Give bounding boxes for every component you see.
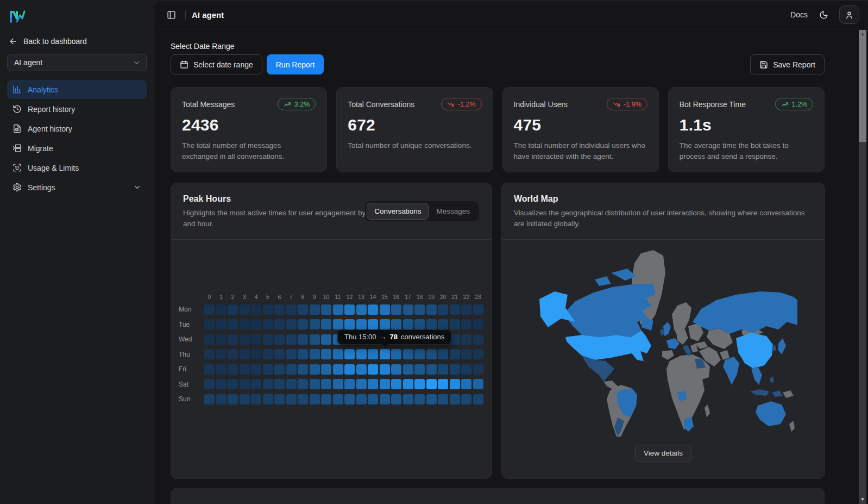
toggle-messages[interactable]: Messages	[429, 203, 477, 220]
heatmap-cell-thu-9[interactable]	[310, 349, 320, 359]
heatmap-cell-sat-13[interactable]	[356, 379, 367, 389]
sidebar-item-migrate[interactable]: Migrate	[7, 139, 147, 158]
heatmap-cell-sat-8[interactable]	[298, 379, 308, 389]
scrollbar-up-arrow[interactable]: ▲	[859, 32, 866, 36]
heatmap-cell-tue-12[interactable]	[344, 319, 355, 329]
heatmap-cell-tue-5[interactable]	[263, 319, 273, 329]
heatmap-cell-sun-3[interactable]	[240, 394, 250, 405]
heatmap-cell-sun-12[interactable]	[344, 394, 355, 405]
heatmap-cell-thu-13[interactable]	[356, 349, 367, 359]
heatmap-cell-fri-3[interactable]	[240, 364, 250, 375]
heatmap-cell-fri-22[interactable]	[461, 364, 471, 375]
heatmap-cell-mon-4[interactable]	[251, 304, 261, 315]
heatmap-cell-fri-13[interactable]	[356, 364, 367, 375]
heatmap-cell-tue-20[interactable]	[438, 319, 448, 329]
heatmap-cell-sat-3[interactable]	[240, 379, 250, 389]
heatmap-cell-mon-11[interactable]	[333, 304, 343, 315]
heatmap-cell-fri-12[interactable]	[344, 364, 355, 375]
heatmap-cell-tue-11[interactable]	[333, 319, 343, 329]
heatmap-cell-fri-4[interactable]	[251, 364, 261, 375]
heatmap-cell-sun-16[interactable]	[391, 394, 401, 405]
heatmap-cell-fri-18[interactable]	[414, 364, 425, 375]
heatmap-cell-mon-19[interactable]	[426, 304, 437, 315]
heatmap-cell-sat-4[interactable]	[251, 379, 261, 389]
heatmap-cell-sat-14[interactable]	[368, 379, 378, 389]
heatmap-cell-mon-1[interactable]	[216, 304, 227, 315]
heatmap-cell-sun-21[interactable]	[450, 394, 460, 405]
heatmap-cell-mon-17[interactable]	[403, 304, 413, 315]
heatmap-cell-sat-7[interactable]	[286, 379, 297, 389]
heatmap-cell-fri-23[interactable]	[473, 364, 483, 375]
heatmap-cell-mon-23[interactable]	[473, 304, 483, 315]
heatmap-cell-tue-14[interactable]	[368, 319, 378, 329]
heatmap-cell-thu-6[interactable]	[274, 349, 285, 359]
heatmap-cell-fri-20[interactable]	[438, 364, 448, 375]
heatmap-cell-thu-22[interactable]	[461, 349, 471, 359]
heatmap-cell-mon-2[interactable]	[228, 304, 238, 315]
heatmap-cell-wed-6[interactable]	[274, 334, 285, 345]
heatmap-cell-wed-7[interactable]	[286, 334, 297, 345]
heatmap-cell-thu-1[interactable]	[216, 349, 227, 359]
view-details-button[interactable]: View details	[635, 445, 691, 462]
heatmap-cell-thu-8[interactable]	[298, 349, 308, 359]
heatmap-cell-wed-22[interactable]	[461, 334, 471, 345]
heatmap-cell-sat-6[interactable]	[274, 379, 285, 389]
scrollbar-thumb[interactable]	[859, 30, 866, 142]
heatmap-cell-mon-14[interactable]	[368, 304, 378, 315]
heatmap-cell-mon-8[interactable]	[298, 304, 308, 315]
heatmap-cell-fri-19[interactable]	[426, 364, 437, 375]
heatmap-cell-sun-17[interactable]	[403, 394, 413, 405]
heatmap-cell-sun-8[interactable]	[298, 394, 308, 405]
heatmap-cell-fri-16[interactable]	[391, 364, 401, 375]
heatmap-cell-sun-15[interactable]	[380, 394, 390, 405]
heatmap-cell-fri-5[interactable]	[263, 364, 273, 375]
heatmap-cell-fri-11[interactable]	[333, 364, 343, 375]
heatmap-cell-thu-14[interactable]	[368, 349, 378, 359]
heatmap-cell-sat-21[interactable]	[450, 379, 460, 389]
heatmap-cell-mon-22[interactable]	[461, 304, 471, 315]
heatmap-cell-sat-2[interactable]	[228, 379, 238, 389]
heatmap-cell-thu-18[interactable]	[414, 349, 425, 359]
heatmap-cell-thu-11[interactable]	[333, 349, 343, 359]
heatmap-cell-thu-16[interactable]	[391, 349, 401, 359]
heatmap-cell-sat-12[interactable]	[344, 379, 355, 389]
back-to-dashboard-link[interactable]: Back to dashboard	[7, 34, 147, 49]
heatmap-cell-thu-23[interactable]	[473, 349, 483, 359]
heatmap-cell-tue-10[interactable]	[321, 319, 331, 329]
heatmap-cell-sat-11[interactable]	[333, 379, 343, 389]
heatmap-cell-tue-3[interactable]	[240, 319, 250, 329]
heatmap-cell-fri-6[interactable]	[274, 364, 285, 375]
heatmap-cell-thu-10[interactable]	[321, 349, 331, 359]
heatmap-cell-fri-8[interactable]	[298, 364, 308, 375]
agent-select[interactable]: AI agent	[7, 54, 147, 71]
heatmap-cell-mon-16[interactable]	[391, 304, 401, 315]
heatmap-cell-thu-21[interactable]	[450, 349, 460, 359]
run-report-button[interactable]: Run Report	[267, 54, 324, 74]
heatmap-cell-sat-5[interactable]	[263, 379, 273, 389]
heatmap-cell-mon-3[interactable]	[240, 304, 250, 315]
heatmap-cell-mon-6[interactable]	[274, 304, 285, 315]
heatmap-cell-fri-10[interactable]	[321, 364, 331, 375]
heatmap-cell-sun-11[interactable]	[333, 394, 343, 405]
theme-toggle-button[interactable]	[815, 7, 832, 23]
heatmap-cell-thu-15[interactable]	[380, 349, 390, 359]
heatmap-cell-sat-9[interactable]	[310, 379, 320, 389]
heatmap-cell-mon-13[interactable]	[356, 304, 367, 315]
docs-link[interactable]: Docs	[790, 10, 808, 19]
sidebar-item-usage-limits[interactable]: Usage & Limits	[7, 158, 147, 177]
heatmap-cell-wed-10[interactable]	[321, 334, 331, 345]
sidebar-item-report-history[interactable]: Report history	[7, 99, 147, 119]
heatmap-cell-sat-1[interactable]	[216, 379, 227, 389]
heatmap-cell-fri-1[interactable]	[216, 364, 227, 375]
heatmap-cell-tue-4[interactable]	[251, 319, 261, 329]
toggle-conversations[interactable]: Conversations	[367, 203, 429, 220]
heatmap-cell-tue-18[interactable]	[414, 319, 425, 329]
scrollbar[interactable]: ▲ ▼	[859, 30, 866, 504]
heatmap-cell-sat-22[interactable]	[461, 379, 471, 389]
heatmap-cell-tue-6[interactable]	[274, 319, 285, 329]
heatmap-cell-thu-2[interactable]	[228, 349, 238, 359]
heatmap-cell-sun-4[interactable]	[251, 394, 261, 405]
heatmap-cell-mon-9[interactable]	[310, 304, 320, 315]
sidebar-toggle-button[interactable]	[163, 7, 179, 23]
heatmap-cell-wed-2[interactable]	[228, 334, 238, 345]
